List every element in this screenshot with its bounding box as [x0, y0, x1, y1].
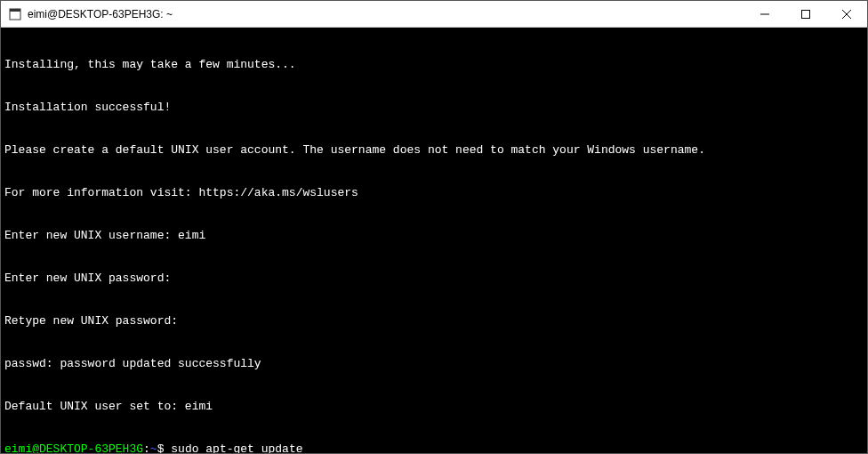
close-button[interactable] — [826, 1, 867, 27]
terminal-line: Installation successful! — [4, 101, 864, 115]
window-title: eimi@DESKTOP-63PEH3G: ~ — [28, 8, 744, 20]
window-controls — [744, 1, 867, 27]
terminal-line: For more information visit: https://aka.… — [4, 186, 864, 200]
terminal-body[interactable]: Installing, this may take a few minutes.… — [1, 28, 867, 453]
svg-rect-1 — [10, 9, 20, 12]
svg-rect-3 — [802, 10, 810, 18]
terminal-window: eimi@DESKTOP-63PEH3G: ~ Installing, this… — [0, 0, 868, 454]
maximize-button[interactable] — [785, 1, 826, 27]
terminal-line: Enter new UNIX password: — [4, 272, 864, 286]
terminal-line: Enter new UNIX username: eimi — [4, 229, 864, 243]
prompt-line: eimi@DESKTOP-63PEH3G:~$ sudo apt-get upd… — [4, 442, 864, 453]
prompt-path: ~ — [150, 442, 157, 453]
terminal-line: Retype new UNIX password: — [4, 314, 864, 328]
titlebar[interactable]: eimi@DESKTOP-63PEH3G: ~ — [1, 1, 867, 28]
terminal-line: passwd: password updated successfully — [4, 357, 864, 371]
minimize-button[interactable] — [744, 1, 785, 27]
prompt-symbol: $ — [157, 442, 165, 453]
terminal-line: Please create a default UNIX user accoun… — [4, 143, 864, 158]
app-icon — [8, 7, 22, 21]
terminal-line: Default UNIX user set to: eimi — [4, 400, 864, 414]
terminal-line: Installing, this may take a few minutes.… — [4, 58, 864, 72]
command-text: sudo apt-get update — [171, 442, 302, 453]
prompt-colon: : — [143, 442, 150, 453]
prompt-user-host: eimi@DESKTOP-63PEH3G — [4, 442, 143, 453]
